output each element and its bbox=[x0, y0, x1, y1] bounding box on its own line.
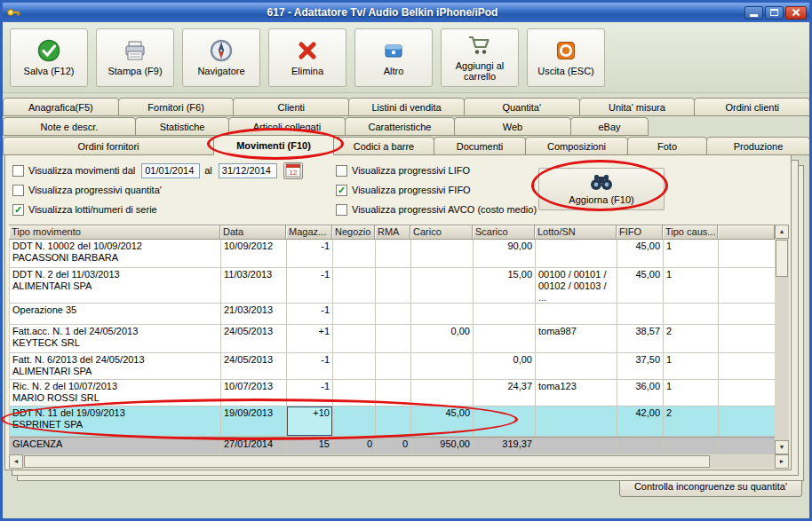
table-row[interactable]: DDT N. 11 del 19/09/2013ESPRINET SPA19/0… bbox=[10, 407, 789, 437]
date-to-input[interactable]: 31/12/2014 bbox=[219, 163, 277, 178]
tab-unita-misura[interactable]: Unita' misura bbox=[579, 98, 696, 116]
cell-causale bbox=[664, 304, 719, 324]
column-header-scarico[interactable]: Scarico bbox=[473, 225, 535, 240]
maximize-button[interactable] bbox=[765, 6, 784, 20]
column-header-magaz[interactable]: Magaz... bbox=[286, 225, 332, 240]
window-controls bbox=[744, 6, 807, 20]
tab-listini-di-vendita[interactable]: Listini di vendita bbox=[348, 98, 465, 116]
cell-negozio bbox=[333, 353, 376, 379]
tab-movimenti-f10[interactable]: Movimenti (F10) bbox=[213, 135, 334, 155]
vertical-scroll-thumb[interactable] bbox=[776, 240, 788, 277]
summary-row[interactable]: GIACENZA27/01/20141500950,00319,37 bbox=[10, 437, 789, 454]
tab-quantita[interactable]: Quantita' bbox=[464, 98, 580, 116]
cell-negozio bbox=[333, 240, 376, 267]
cell-rma bbox=[376, 353, 411, 379]
visualizza-movimenti-checkbox[interactable] bbox=[12, 165, 24, 177]
tab-codici-a-barre[interactable]: Codici a barre bbox=[333, 137, 434, 155]
calendar-button[interactable]: 12 bbox=[283, 162, 303, 179]
table-row[interactable]: DDT N. 10002 del 10/09/2012PACASSONI BAR… bbox=[10, 240, 789, 268]
checkbox-label: Visualizza progressivi quantita' bbox=[28, 185, 162, 195]
cell-carico: 0,00 bbox=[411, 325, 474, 352]
table-row[interactable]: DDT N. 2 del 11/03/2013ALIMENTARI SPA11/… bbox=[10, 268, 789, 304]
tab-ebay[interactable]: eBay bbox=[570, 117, 649, 136]
date-from-input[interactable]: 01/01/2014 bbox=[141, 163, 200, 178]
column-header-carico[interactable]: Carico bbox=[410, 225, 473, 240]
print-icon bbox=[123, 38, 147, 63]
tab-ordini-fornitori[interactable]: Ordini fornitori bbox=[3, 137, 214, 155]
tab-produzione[interactable]: Produzione bbox=[706, 137, 809, 155]
tab-clienti[interactable]: Clienti bbox=[233, 98, 349, 116]
salva-button[interactable]: Salva (F12) bbox=[10, 28, 88, 87]
aggiorna-button[interactable]: Aggiorna (F10) bbox=[538, 168, 665, 210]
horizontal-scroll-thumb[interactable] bbox=[24, 455, 710, 468]
column-header-data[interactable]: Data bbox=[220, 225, 286, 240]
cell-carico bbox=[411, 268, 474, 303]
navigator-icon bbox=[209, 38, 234, 63]
table-row[interactable]: Fatt. N. 6/2013 del 24/05/2013ALIMENTARI… bbox=[10, 353, 789, 380]
tab-ordini-clienti[interactable]: Ordini clienti bbox=[694, 98, 809, 116]
vertical-scrollbar[interactable]: ▲ ▼ bbox=[775, 225, 789, 454]
scroll-down-arrow[interactable]: ▼ bbox=[775, 440, 789, 454]
toolbar-button-label: Elimina bbox=[291, 66, 323, 76]
scroll-left-arrow[interactable]: ◄ bbox=[9, 454, 23, 469]
column-header-fifo[interactable]: FIFO bbox=[617, 225, 663, 240]
tab-anagrafica-f5[interactable]: Anagrafica(F5) bbox=[3, 98, 119, 116]
lotti-numeri-serie-checkbox[interactable]: ✓ bbox=[12, 204, 24, 216]
elimina-button[interactable]: Elimina bbox=[268, 28, 346, 87]
progressivi-fifo-checkbox[interactable]: ✓ bbox=[336, 185, 347, 196]
tab-documenti[interactable]: Documenti bbox=[434, 137, 526, 155]
progressivi-avco-checkbox[interactable] bbox=[336, 204, 347, 216]
column-header-negozio[interactable]: Negozio bbox=[332, 225, 375, 240]
table-row[interactable]: Operazione 3521/03/2013-1 bbox=[10, 304, 789, 325]
horizontal-scrollbar[interactable]: ◄ ► bbox=[9, 454, 789, 469]
toolbar-button-label: Aggiungi al carrello bbox=[442, 60, 518, 82]
scroll-right-arrow[interactable]: ► bbox=[775, 454, 789, 469]
column-header-causale[interactable]: Tipo caus... bbox=[663, 225, 718, 240]
tab-web[interactable]: Web bbox=[454, 117, 571, 136]
table-row[interactable]: Fatt.acc. N. 1 del 24/05/2013KEYTECK SRL… bbox=[10, 325, 789, 353]
cell-magaz: 15 bbox=[287, 438, 333, 454]
tab-articoli-collegati[interactable]: Articoli collegati bbox=[228, 117, 346, 136]
cell-lotto bbox=[536, 304, 617, 324]
navigatore-button[interactable]: Navigatore bbox=[182, 28, 260, 87]
tab-caratteristiche[interactable]: Caratteristiche bbox=[345, 117, 455, 136]
cell-tipo: GIACENZA bbox=[10, 438, 221, 454]
cell-magaz: +10 bbox=[287, 407, 333, 436]
toolbar-button-label: Stampa (F9) bbox=[107, 66, 162, 76]
progressivi-quantita-checkbox[interactable] bbox=[12, 185, 24, 196]
tab-statistiche[interactable]: Statistiche bbox=[135, 117, 229, 136]
tab-foto[interactable]: Foto bbox=[627, 137, 707, 155]
scroll-up-arrow[interactable]: ▲ bbox=[775, 225, 789, 239]
cart-icon bbox=[466, 33, 493, 58]
column-header-lotto[interactable]: Lotto/SN bbox=[535, 225, 617, 240]
uscita-button[interactable]: Uscita (ESC) bbox=[527, 28, 605, 87]
cell-data: 19/09/2013 bbox=[221, 407, 287, 436]
cell-carico bbox=[411, 353, 474, 379]
cell-negozio bbox=[333, 407, 376, 436]
tab-composizioni[interactable]: Composizioni bbox=[525, 137, 628, 155]
column-header-tipo[interactable]: Tipo movimento bbox=[9, 225, 220, 240]
cell-tipo: Fatt. N. 6/2013 del 24/05/2013ALIMENTARI… bbox=[10, 353, 221, 379]
close-button[interactable] bbox=[785, 6, 807, 20]
cell-scarico: 15,00 bbox=[474, 268, 536, 303]
filter-row-movimenti-dal: Visualizza movimenti dal 01/01/2014 al 3… bbox=[12, 161, 303, 180]
exit-icon bbox=[553, 38, 578, 63]
filters-right-column: Visualizza progressivi LIFO ✓ Visualizza… bbox=[336, 161, 537, 219]
progressivi-lifo-checkbox[interactable] bbox=[336, 165, 347, 177]
cell-carico: 45,00 bbox=[411, 407, 474, 436]
column-header-x[interactable] bbox=[718, 225, 775, 240]
movements-table: Tipo movimentoDataMagaz...NegozioRMACari… bbox=[9, 225, 789, 469]
column-header-rma[interactable]: RMA bbox=[375, 225, 410, 240]
close-icon bbox=[792, 8, 800, 17]
aggiungi-al-carrello-button[interactable]: Aggiungi al carrello bbox=[441, 28, 519, 87]
toolbar-button-label: Navigatore bbox=[197, 66, 244, 76]
tab-fornitori-f6[interactable]: Fornitori (F6) bbox=[118, 98, 235, 116]
minimize-button[interactable] bbox=[744, 6, 763, 20]
tab-note-e-descr[interactable]: Note e descr. bbox=[3, 117, 136, 136]
cell-negozio bbox=[333, 380, 376, 406]
altro-icon bbox=[381, 38, 406, 63]
altro-button[interactable]: Altro bbox=[354, 28, 433, 87]
table-row[interactable]: Ric. N. 2 del 10/07/2013MARIO ROSSI SRL1… bbox=[10, 380, 789, 407]
cell-scarico: 24,37 bbox=[474, 380, 536, 406]
stampa-button[interactable]: Stampa (F9) bbox=[96, 28, 174, 87]
